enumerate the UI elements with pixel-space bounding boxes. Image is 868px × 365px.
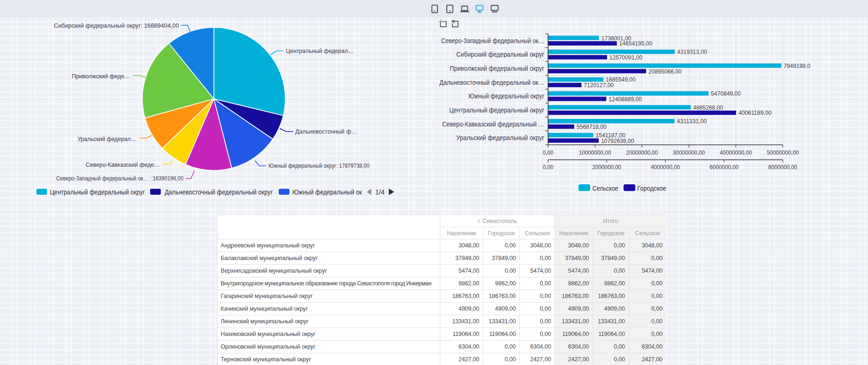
svg-text:0,00: 0,00 xyxy=(543,164,554,171)
svg-text:4865268,00: 4865268,00 xyxy=(693,104,723,111)
svg-text:6000000,00: 6000000,00 xyxy=(710,164,739,171)
svg-text:Северо-Кавказский феде…: Северо-Кавказский феде… xyxy=(86,161,160,168)
svg-text:0,00: 0,00 xyxy=(543,149,554,156)
svg-text:Сибирский федеральный округ: Сибирский федеральный округ xyxy=(456,51,544,58)
svg-text:Дальневосточный федеральный ок: Дальневосточный федеральный ок… xyxy=(439,79,544,86)
svg-text:Городское: Городское xyxy=(637,185,666,192)
svg-text:10792638,00: 10792638,00 xyxy=(601,137,634,144)
svg-text:5470849,00: 5470849,00 xyxy=(711,90,741,97)
svg-text:10000000,00: 10000000,00 xyxy=(579,149,611,156)
svg-text:7949198,0: 7949198,0 xyxy=(784,62,810,69)
svg-text:Северо-Кавказский федеральный: Северо-Кавказский федеральный … xyxy=(442,120,544,128)
svg-text:Южный федеральный округ: 17879: Южный федеральный округ: 17879738,00 xyxy=(268,162,370,169)
svg-text:4000000,00: 4000000,00 xyxy=(651,164,680,171)
svg-text:2000000,00: 2000000,00 xyxy=(592,164,621,171)
svg-text:Уральский федеральный округ: Уральский федеральный округ xyxy=(456,134,544,142)
svg-text:4319313,00: 4319313,00 xyxy=(677,48,707,55)
svg-text:12570091,00: 12570091,00 xyxy=(609,54,643,61)
svg-text:Центральный федерал…: Центральный федерал… xyxy=(286,47,354,54)
svg-text:Южный федеральный округ: Южный федеральный округ xyxy=(468,92,544,100)
svg-text:Дальневосточный федеральный ок: Дальневосточный федеральный округ xyxy=(164,188,273,196)
svg-text:7120127,00: 7120127,00 xyxy=(584,82,614,89)
svg-text:Северо-Западный федеральный ок: Северо-Западный федеральный ок… xyxy=(441,37,544,45)
svg-text:20895066,00: 20895066,00 xyxy=(648,68,682,75)
svg-text:Сибирский федеральный округ: 1: Сибирский федеральный округ: 16889404,00 xyxy=(54,22,179,29)
svg-text:1/4: 1/4 xyxy=(375,188,385,196)
svg-text:4311331,00: 4311331,00 xyxy=(677,118,707,125)
svg-text:Сельское: Сельское xyxy=(593,185,618,192)
svg-text:50000000,00: 50000000,00 xyxy=(767,149,799,156)
svg-text:Уральский федерал…: Уральский федерал… xyxy=(77,135,136,142)
svg-text:14654195,00: 14654195,00 xyxy=(619,40,653,47)
svg-text:40000000,00: 40000000,00 xyxy=(720,149,752,156)
svg-text:Приволжский феде…: Приволжский феде… xyxy=(72,73,130,80)
svg-text:Приволжский федеральный округ: Приволжский федеральный округ xyxy=(450,65,544,72)
svg-text:20000000,00: 20000000,00 xyxy=(626,149,658,156)
svg-text:Северо-Западный федеральный ок: Северо-Западный федеральный ок… : 163901… xyxy=(56,175,184,182)
svg-text:8000000,00: 8000000,00 xyxy=(768,164,797,171)
svg-text:40061189,00: 40061189,00 xyxy=(738,109,772,116)
svg-text:5568718,00: 5568718,00 xyxy=(577,123,607,130)
svg-text:Дальневосточный ф…: Дальневосточный ф… xyxy=(295,128,357,135)
svg-text:12408889,00: 12408889,00 xyxy=(608,96,642,103)
svg-text:Центральный федеральный округ: Центральный федеральный округ xyxy=(449,106,544,114)
svg-text:Центральный федеральный округ: Центральный федеральный округ xyxy=(50,188,145,196)
svg-text:Южный федеральный ок: Южный федеральный ок xyxy=(293,188,363,196)
svg-text:30000000,00: 30000000,00 xyxy=(673,149,705,156)
